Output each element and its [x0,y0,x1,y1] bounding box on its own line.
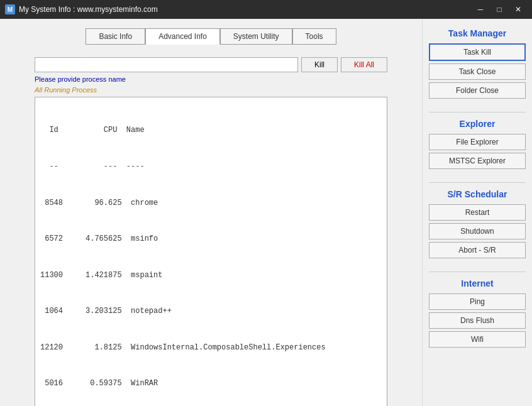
divider-1 [429,112,526,112]
explorer-section: Explorer File Explorer MSTSC Explorer [429,116,526,172]
internet-title: Internet [429,278,526,288]
task-manager-title: Task Manager [429,28,526,38]
sr-scheduler-title: S/R Schedular [429,189,526,199]
process-row-mspaint: 11300 1.421875 mspaint [40,270,382,282]
shutdown-button[interactable]: Shutdown [429,223,526,239]
process-header: Id CPU Name [40,124,382,136]
app-icon: M [5,4,15,14]
process-row-msinfo: 6572 4.765625 msinfo [40,233,382,245]
folder-close-button[interactable]: Folder Close [429,82,526,99]
explorer-title: Explorer [429,119,526,129]
process-container: Id CPU Name -- --- ---- 8548 96.625 chro… [35,97,387,406]
task-kill-button[interactable]: Task Kill [429,43,526,61]
running-label: All Running Process [16,86,406,94]
titlebar-title: My System Info : www.mysysteminfo.com [19,5,472,14]
internet-section: Internet Ping Dns Flush Wifi [429,275,526,350]
dns-flush-button[interactable]: Dns Flush [429,312,526,329]
task-close-button[interactable]: Task Close [429,63,526,80]
hint-text: Please provide process name [16,75,406,83]
close-button[interactable]: ✕ [509,3,527,16]
minimize-button[interactable]: ─ [472,3,489,16]
abort-sr-button[interactable]: Abort - S/R [429,242,526,258]
mstsc-explorer-button[interactable]: MSTSC Explorer [429,153,526,169]
nav-tabs: Basic Info Advanced Info System Utility … [9,25,413,48]
ping-button[interactable]: Ping [429,294,526,310]
maximize-button[interactable]: □ [490,3,508,16]
process-row-notepad: 1064 3.203125 notepad++ [40,305,382,317]
kill-all-button[interactable]: Kill All [341,57,387,72]
process-table: Id CPU Name -- --- ---- 8548 96.625 chro… [40,101,382,406]
kill-bar: Kill Kill All [16,57,406,72]
window-controls: ─ □ ✕ [472,3,527,16]
process-scroll-area[interactable]: Id CPU Name -- --- ---- 8548 96.625 chro… [35,97,387,406]
tab-advanced-info[interactable]: Advanced Info [145,28,220,45]
process-row-chrome: 8548 96.625 chrome [40,197,382,209]
titlebar: M My System Info : www.mysysteminfo.com … [0,0,532,19]
restart-button[interactable]: Restart [429,204,526,221]
main-area: Basic Info Advanced Info System Utility … [0,19,532,406]
file-explorer-button[interactable]: File Explorer [429,134,526,150]
process-row-windows-internal: 12120 1.8125 WindowsInternal.ComposableS… [40,342,382,354]
divider-2 [429,182,526,183]
divider-3 [429,272,526,272]
kill-button[interactable]: Kill [301,57,338,72]
sr-scheduler-section: S/R Schedular Restart Shutdown Abort - S… [429,186,526,261]
task-manager-section: Task Manager Task Kill Task Close Folder… [429,25,526,101]
process-row-winrar: 5016 0.59375 WinRAR [40,378,382,390]
wifi-button[interactable]: Wifi [429,331,526,348]
process-separator: -- --- ---- [40,161,382,173]
content-area: Kill Kill All Please provide process nam… [9,57,413,406]
process-name-input[interactable] [35,57,298,72]
tab-tools[interactable]: Tools [292,28,336,45]
left-panel: Basic Info Advanced Info System Utility … [0,19,422,406]
right-panel: Task Manager Task Kill Task Close Folder… [422,19,532,406]
tab-system-utility[interactable]: System Utility [220,28,292,45]
tab-basic-info[interactable]: Basic Info [86,28,145,45]
